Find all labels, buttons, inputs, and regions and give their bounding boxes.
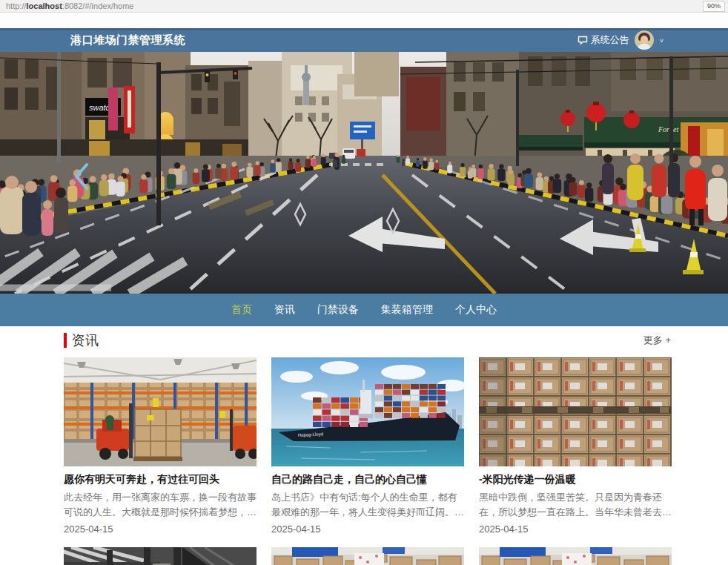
main-content: 资讯 更多 + (0, 326, 728, 565)
news-card-date: 2025-04-15 (64, 523, 257, 535)
svg-text:Fornet: Fornet (658, 125, 678, 133)
news-card-image-boxes (479, 357, 672, 466)
announcement-label: 系统公告 (591, 33, 629, 47)
section-title: 资讯 (72, 331, 99, 349)
news-card-date: 2025-04-15 (479, 523, 672, 535)
news-card[interactable]: -米阳光传递一份温暖 黑暗中跌倒，坚强里苦笑。只是因为青春还在，所以梦想一直在路… (479, 357, 672, 535)
news-card-image-floor-boxes (271, 547, 464, 565)
browser-gap (0, 13, 728, 28)
carousel-prev-button[interactable] (71, 162, 92, 191)
news-card-excerpt: 黑暗中跌倒，坚强里苦笑。只是因为青春还在，所以梦想一直在路上。当年华未曾老去，青… (479, 490, 672, 520)
news-card-title: -米阳光传递一份温暖 (479, 473, 672, 486)
chevron-left-icon (76, 165, 87, 188)
news-card-image-ship: Hapag-Lloyd (271, 357, 464, 466)
app-header: 港口堆场门禁管理系统 系统公告 ∨ (0, 28, 728, 52)
section-accent-bar (64, 333, 67, 348)
nav-item-profile[interactable]: 个人中心 (454, 300, 498, 320)
news-card-row: 愿你有明天可奔赴，有过往可回头 此去经年，用一张离家的车票，换一段有故事可说的人… (64, 357, 671, 535)
system-announcement-button[interactable]: 系统公告 (578, 33, 629, 47)
url-text: http://localhost:8082/#/index/home (6, 1, 133, 10)
nav-item-container-mgmt[interactable]: 集装箱管理 (380, 300, 434, 320)
news-card[interactable]: Hapag-Lloyd 自己的路自己走，自己的心自己懂 岛上书店》中有句话:每个… (271, 357, 464, 535)
more-link[interactable]: 更多 + (643, 334, 671, 347)
chat-bubble-icon (578, 36, 588, 45)
news-card[interactable] (271, 547, 464, 565)
user-avatar[interactable] (635, 30, 654, 50)
chevron-down-icon[interactable]: ∨ (659, 37, 664, 44)
news-card[interactable]: 愿你有明天可奔赴，有过往可回头 此去经年，用一张离家的车票，换一段有故事可说的人… (64, 357, 257, 535)
street-scene-art: swatch Fornet (0, 52, 728, 294)
app-title: 港口堆场门禁管理系统 (70, 33, 185, 47)
browser-address-bar[interactable]: http://localhost:8082/#/index/home (0, 0, 728, 13)
nav-item-home[interactable]: 首页 (230, 300, 254, 320)
news-card-image-dark-warehouse (64, 547, 257, 565)
news-card-excerpt: 岛上书店》中有句话:每个人的生命里，都有最艰难的那一年，将人生变得美好而辽阔。你… (271, 490, 464, 520)
news-card[interactable] (479, 547, 672, 565)
news-card[interactable] (64, 547, 257, 565)
news-card-title: 自己的路自己走，自己的心自己懂 (271, 473, 464, 486)
nav-item-access-devices[interactable]: 门禁设备 (316, 300, 360, 320)
news-card-image-warehouse (64, 357, 257, 466)
news-section-header: 资讯 更多 + (64, 331, 671, 349)
news-card-image-floor-boxes (479, 547, 672, 565)
nav-item-news[interactable]: 资讯 (273, 300, 297, 320)
news-card-excerpt: 此去经年，用一张离家的车票，换一段有故事可说的人生。大概就是那时候怀揣着梦想，背… (64, 490, 257, 520)
hero-carousel-image: swatch Fornet (0, 52, 728, 294)
main-nav: 首页 资讯 门禁设备 集装箱管理 个人中心 (0, 294, 728, 326)
browser-zoom-indicator: 90% (703, 1, 725, 12)
news-card-title: 愿你有明天可奔赴，有过往可回头 (64, 473, 257, 486)
news-card-row-2 (64, 547, 671, 565)
news-card-date: 2025-04-15 (271, 523, 464, 535)
